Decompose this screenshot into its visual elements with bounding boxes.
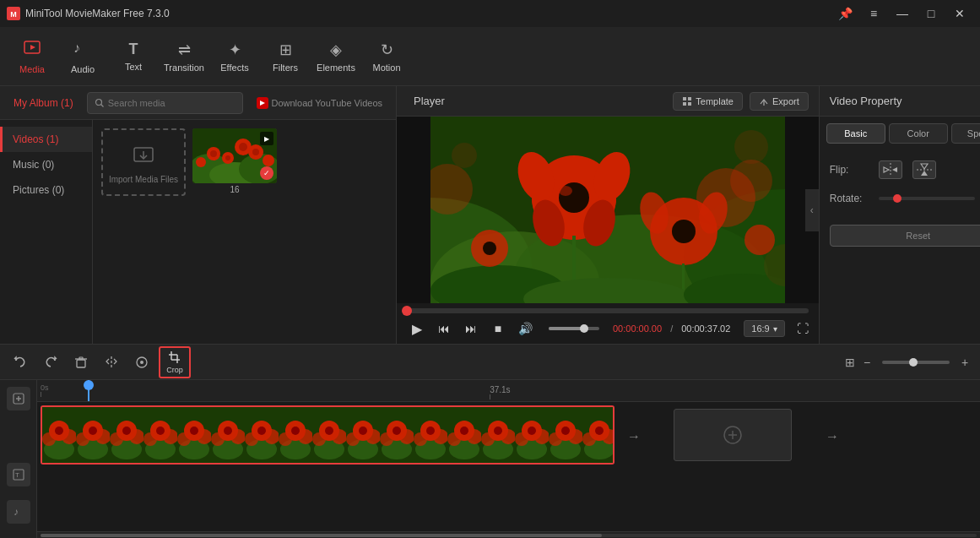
svg-marker-3 (30, 45, 35, 50)
next-frame-button[interactable]: ⏭ (461, 318, 481, 339)
minimize-button[interactable]: — (889, 3, 916, 24)
stop-button[interactable]: ■ (488, 318, 508, 339)
media-header: My Album (1) Download YouTube Videos (0, 86, 396, 120)
prop-tab-speed[interactable]: Speed (951, 123, 980, 144)
sidebar-item-music[interactable]: Music (0) (0, 152, 92, 177)
flip-vertical-button[interactable] (912, 160, 936, 179)
crop-button[interactable]: Crop (159, 346, 191, 378)
player-tab[interactable]: Player (407, 91, 452, 111)
import-icon (131, 141, 156, 171)
property-tabs: Basic Color Speed (820, 117, 980, 150)
pin-button[interactable]: 📌 (831, 3, 858, 24)
edit-toolbar: Crop ⊞ − + (0, 345, 980, 380)
volume-slider[interactable] (549, 327, 599, 330)
reset-button[interactable]: Reset (830, 225, 980, 247)
sidebar-item-pictures[interactable]: Pictures (0) (0, 177, 92, 203)
svg-line-6 (100, 104, 103, 106)
import-media-box[interactable]: Import Media Files (101, 128, 186, 196)
svg-point-23 (196, 157, 206, 167)
toolbar-audio[interactable]: ♪ Audio (57, 31, 108, 82)
crop-label: Crop (166, 366, 183, 374)
split-button[interactable] (98, 349, 125, 376)
progress-handle[interactable] (402, 306, 412, 316)
search-bar[interactable] (87, 92, 243, 114)
text-track-icon[interactable]: T (7, 456, 30, 486)
menu-button[interactable]: ≡ (860, 3, 887, 24)
timeline-cursor[interactable] (88, 380, 89, 401)
undo-icon (14, 356, 27, 369)
aspect-ratio-chevron: ▾ (773, 324, 777, 334)
undo-button[interactable] (7, 349, 34, 376)
rotate-handle[interactable] (893, 194, 901, 203)
search-icon (95, 98, 105, 108)
rotate-slider[interactable] (879, 197, 975, 200)
svg-text:♪: ♪ (14, 506, 19, 518)
flip-label: Flip: (830, 164, 872, 176)
svg-point-20 (225, 155, 230, 160)
aspect-ratio-selector[interactable]: 16:9 ▾ (744, 320, 784, 337)
video-clip[interactable] (41, 405, 615, 465)
import-media-label: Import Media Files (109, 175, 178, 184)
video-type-badge: ▶ (260, 132, 273, 145)
video-track: → → (41, 405, 977, 469)
timeline-zoom-controls: ⊞ − + (845, 354, 973, 371)
scrollbar-thumb[interactable] (41, 534, 602, 537)
toolbar-filters[interactable]: ⊞ Filters (260, 31, 311, 82)
video-property-panel: Video Property Basic Color Speed Flip: (819, 86, 980, 344)
toolbar-transition[interactable]: ⇌ Transition (159, 31, 209, 82)
transition-icon: ⇌ (178, 41, 191, 59)
template-label: Template (696, 96, 734, 106)
timeline-area: T ♪ 0s 37.1s (0, 380, 980, 538)
audio-track-icon[interactable]: ♪ (7, 493, 30, 524)
panel-collapse-arrow[interactable]: ‹ (805, 189, 819, 231)
audio-detach-button[interactable] (128, 349, 155, 376)
toolbar-effects[interactable]: ✦ Effects (209, 31, 260, 82)
prev-frame-button[interactable]: ⏮ (434, 318, 454, 339)
play-button[interactable]: ▶ (407, 318, 427, 339)
volume-button[interactable]: 🔊 (515, 318, 535, 339)
volume-control[interactable] (549, 327, 599, 330)
toolbar-elements[interactable]: ◈ Elements (311, 31, 361, 82)
video-property-title: Video Property (830, 95, 902, 107)
thumb-image[interactable]: ▶ ✓ (192, 128, 277, 183)
player-progress[interactable] (397, 303, 819, 313)
fullscreen-button[interactable]: ⛶ (797, 322, 809, 335)
zoom-slider[interactable] (882, 361, 950, 364)
prop-tab-basic[interactable]: Basic (826, 123, 885, 144)
storyboard-view-button[interactable]: ⊞ (845, 356, 855, 369)
svg-point-36 (730, 160, 772, 202)
maximize-button[interactable]: □ (918, 3, 945, 24)
add-track-button[interactable] (7, 387, 30, 410)
download-youtube-button[interactable]: Download YouTube Videos (250, 94, 390, 112)
text-icon: T (129, 41, 138, 58)
effects-icon: ✦ (229, 41, 241, 59)
placeholder-clip[interactable] (674, 409, 792, 461)
toolbar-motion[interactable]: ↻ Motion (361, 31, 412, 82)
sidebar-item-videos[interactable]: Videos (1) (0, 127, 92, 152)
timeline-scrollbar[interactable] (37, 531, 980, 538)
player-controls: ▶ ⏮ ⏭ ■ 🔊 00:00:00.00 / 00:00:37.02 16:9… (397, 313, 819, 344)
my-album-tab[interactable]: My Album (1) (7, 94, 80, 112)
redo-button[interactable] (37, 349, 64, 376)
svg-rect-26 (688, 97, 691, 101)
toolbar-text[interactable]: T Text (108, 31, 159, 82)
zoom-handle[interactable] (909, 358, 918, 367)
delete-button[interactable] (68, 349, 95, 376)
close-button[interactable]: ✕ (946, 3, 973, 24)
search-input[interactable] (108, 98, 236, 108)
progress-bar[interactable] (407, 308, 809, 313)
export-button[interactable]: Export (750, 92, 809, 111)
ruler-marker-time: 37.1s (490, 385, 510, 394)
prop-tab-color[interactable]: Color (889, 123, 948, 144)
svg-point-24 (263, 155, 274, 166)
toolbar-media[interactable]: Media (7, 31, 57, 82)
transition-arrow-left: → (627, 429, 641, 444)
flip-horizontal-button[interactable] (879, 160, 902, 179)
export-icon (759, 96, 769, 106)
toolbar-text-label: Text (125, 62, 142, 72)
template-button[interactable]: Template (673, 92, 743, 111)
zoom-out-button[interactable]: − (858, 354, 875, 371)
zoom-in-button[interactable]: + (956, 354, 973, 371)
volume-handle[interactable] (580, 324, 588, 333)
motion-icon: ↻ (381, 41, 393, 59)
